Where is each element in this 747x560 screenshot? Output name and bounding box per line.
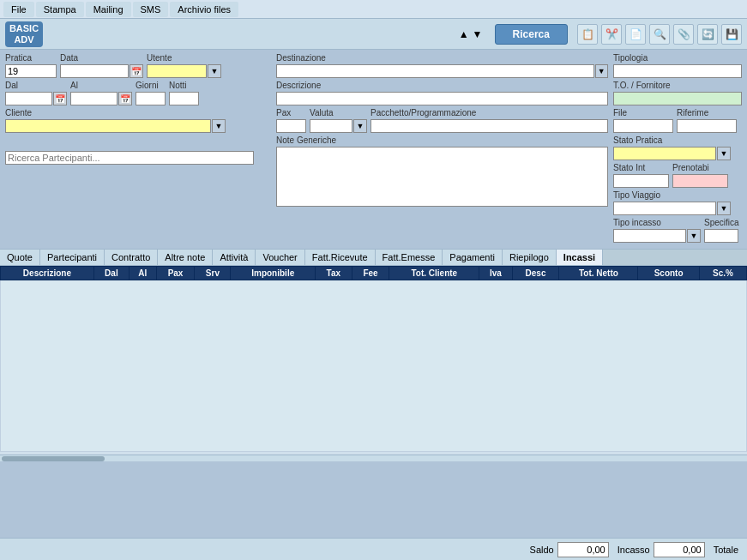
menu-archivio[interactable]: Archivio files xyxy=(170,2,238,17)
al-label: Al xyxy=(70,81,132,90)
data-input[interactable] xyxy=(60,64,129,78)
al-calendar-btn[interactable]: 📅 xyxy=(118,92,132,105)
toolbar: BASIC ADV ▲ ▼ Ricerca 📋 ✂️ 📄 🔍 📎 🔄 💾 xyxy=(0,19,747,50)
specifica-input[interactable] xyxy=(704,229,738,243)
cliente-input[interactable] xyxy=(5,119,211,133)
tipologia-input[interactable] xyxy=(613,64,742,78)
descrizione-input[interactable] xyxy=(276,92,608,105)
paste-icon-btn[interactable]: 📄 xyxy=(625,24,646,45)
stato-pratica-dropdown[interactable]: ▼ xyxy=(717,147,731,160)
menu-file[interactable]: File xyxy=(3,2,34,17)
prenotabile-label: Prenotabi xyxy=(672,163,728,172)
nav-down-icon[interactable]: ▼ xyxy=(473,28,483,40)
tab-fatt-emesse[interactable]: Fatt.Emesse xyxy=(376,250,443,265)
cut-icon-btn[interactable]: ✂️ xyxy=(601,24,622,45)
tab-incassi[interactable]: Incassi xyxy=(557,250,603,265)
pratica-input[interactable] xyxy=(5,64,57,78)
notti-input[interactable] xyxy=(169,92,199,105)
stato-pratica-input[interactable] xyxy=(613,147,716,160)
save-icon-btn[interactable]: 💾 xyxy=(721,24,742,45)
incasso-value[interactable] xyxy=(654,542,705,557)
pacchetto-input[interactable] xyxy=(370,119,608,133)
tab-pagamenti[interactable]: Pagamenti xyxy=(443,250,503,265)
form-area: Pratica Data 📅 Utente ▼ Destinazione xyxy=(0,50,747,249)
tab-voucher[interactable]: Voucher xyxy=(256,250,304,265)
pacchetto-label: Pacchetto/Programmazione xyxy=(370,108,608,117)
utente-dropdown-btn[interactable]: ▼ xyxy=(208,64,221,78)
logo: BASIC ADV xyxy=(5,21,43,47)
dal-calendar-btn[interactable]: 📅 xyxy=(53,92,67,105)
destinazione-input[interactable] xyxy=(276,64,594,78)
cliente-dropdown-btn[interactable]: ▼ xyxy=(212,119,226,133)
menu-sms[interactable]: SMS xyxy=(133,2,169,17)
stato-pratica-label: Stato Pratica xyxy=(613,135,742,145)
search-icon-btn[interactable]: 🔍 xyxy=(649,24,670,45)
data-calendar-btn[interactable]: 📅 xyxy=(130,64,143,78)
valuta-input[interactable] xyxy=(310,119,352,133)
to-fornitore-input[interactable] xyxy=(613,92,742,105)
refresh-icon-btn[interactable]: 🔄 xyxy=(697,24,718,45)
prenotabile-input[interactable] xyxy=(672,174,728,188)
tipo-viaggio-label: Tipo Viaggio xyxy=(613,190,742,200)
to-fornitore-label: T.O. / Fornitore xyxy=(613,81,742,90)
utente-label: Utente xyxy=(147,53,221,63)
tab-attivita[interactable]: Attività xyxy=(213,250,256,265)
col-pax: Pax xyxy=(156,267,195,280)
attach-icon-btn[interactable]: 📎 xyxy=(673,24,694,45)
saldo-value[interactable] xyxy=(557,542,609,557)
tab-quote[interactable]: Quote xyxy=(0,250,40,265)
valuta-dropdown-btn[interactable]: ▼ xyxy=(353,119,367,133)
totale-field: Totale xyxy=(714,545,738,555)
file-input[interactable] xyxy=(613,119,673,133)
tab-partecipanti[interactable]: Partecipanti xyxy=(40,250,105,265)
dal-label: Dal xyxy=(5,81,67,90)
utente-input[interactable] xyxy=(147,64,207,78)
tipo-incasso-dropdown[interactable]: ▼ xyxy=(687,229,701,243)
tab-fatt-ricevute[interactable]: Fatt.Ricevute xyxy=(305,250,376,265)
ricerca-partecipanti-input[interactable] xyxy=(5,151,254,165)
tipo-incasso-label: Tipo incasso xyxy=(613,218,701,227)
data-label: Data xyxy=(60,53,143,63)
col-tot-netto: Tot. Netto xyxy=(559,267,638,280)
cliente-label: Cliente xyxy=(5,108,271,117)
menu-stampa[interactable]: Stampa xyxy=(36,2,84,17)
stato-int-label: Stato Int xyxy=(613,163,669,172)
pax-input[interactable] xyxy=(276,119,306,133)
tipo-incasso-input[interactable] xyxy=(613,229,686,243)
col-fee: Fee xyxy=(352,267,389,280)
valuta-label: Valuta xyxy=(310,108,367,117)
scroll-thumb[interactable] xyxy=(2,456,105,461)
nav-up-icon[interactable]: ▲ xyxy=(459,28,469,40)
col-sconto: Sconto xyxy=(638,267,700,280)
col-al: Al xyxy=(129,267,156,280)
ricerca-button[interactable]: Ricerca xyxy=(495,24,568,45)
file-label: File xyxy=(613,108,673,117)
tipologia-label: Tipologia xyxy=(613,53,742,63)
copy-icon-btn[interactable]: 📋 xyxy=(577,24,598,45)
notti-label: Notti xyxy=(169,81,199,90)
data-table: Descrizione Dal Al Pax Srv Imponibile Ta… xyxy=(0,266,747,452)
al-input[interactable] xyxy=(70,92,117,105)
stato-int-input[interactable] xyxy=(613,174,669,188)
dal-input[interactable] xyxy=(5,92,52,105)
col-descrizione: Descrizione xyxy=(1,267,94,280)
tab-altre-note[interactable]: Altre note xyxy=(158,250,213,265)
tabs-bar: Quote Partecipanti Contratto Altre note … xyxy=(0,249,747,266)
horizontal-scrollbar[interactable] xyxy=(0,455,747,461)
note-textarea[interactable] xyxy=(276,147,608,207)
tipo-viaggio-input[interactable] xyxy=(613,202,716,215)
col-iva: Iva xyxy=(479,267,512,280)
incasso-field: Incasso xyxy=(617,542,705,557)
destinazione-dropdown-btn[interactable]: ▼ xyxy=(595,64,608,78)
col-sc-percent: Sc.% xyxy=(699,267,746,280)
table-body xyxy=(1,280,747,452)
tab-contratto[interactable]: Contratto xyxy=(105,250,158,265)
tipo-viaggio-dropdown[interactable]: ▼ xyxy=(717,202,731,215)
col-tot-cliente: Tot. Cliente xyxy=(389,267,479,280)
giorni-input[interactable] xyxy=(136,92,166,105)
riferimento-input[interactable] xyxy=(677,119,737,133)
menu-mailing[interactable]: Mailing xyxy=(86,2,131,17)
saldo-label: Saldo xyxy=(530,545,554,555)
note-label: Note Generiche xyxy=(276,135,608,145)
tab-riepilogo[interactable]: Riepilogo xyxy=(503,250,557,265)
